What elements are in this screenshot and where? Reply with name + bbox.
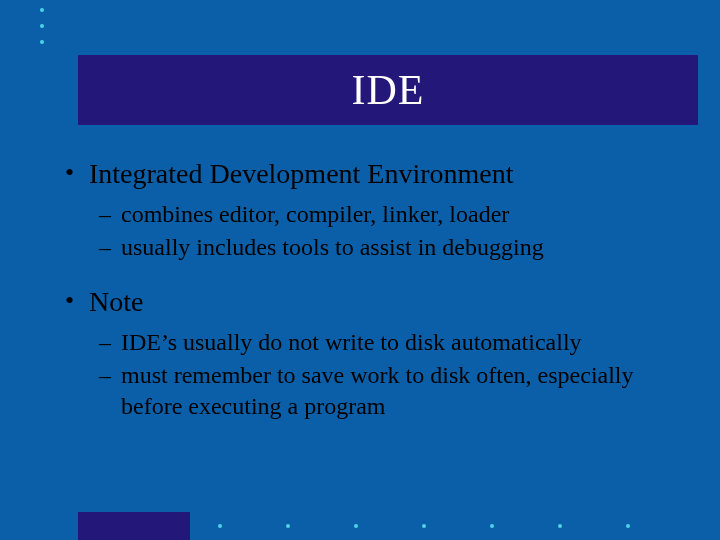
bullet-level2: combines editor, compiler, linker, loade…: [65, 199, 685, 230]
spacer: [65, 265, 685, 283]
bullet-text: IDE’s usually do not write to disk autom…: [121, 329, 582, 355]
bullet-text: combines editor, compiler, linker, loade…: [121, 201, 509, 227]
dot-icon: [40, 8, 44, 12]
bullet-level1: Note: [65, 283, 685, 321]
bullet-text: Note: [89, 286, 143, 317]
bullet-text: usually includes tools to assist in debu…: [121, 234, 544, 260]
bullet-level2: usually includes tools to assist in debu…: [65, 232, 685, 263]
dot-icon: [40, 24, 44, 28]
slide-body: Integrated Development Environment combi…: [65, 155, 685, 425]
footer-decoration: [78, 512, 698, 540]
dot-icon: [218, 524, 222, 528]
dot-icon: [422, 524, 426, 528]
footer-accent-bar: [78, 512, 190, 540]
bullet-text: must remember to save work to disk often…: [121, 362, 634, 419]
footer-dots: [218, 524, 630, 528]
bullet-text: Integrated Development Environment: [89, 158, 514, 189]
bullet-level1: Integrated Development Environment: [65, 155, 685, 193]
slide-title: IDE: [352, 66, 425, 114]
title-bar: IDE: [78, 55, 698, 125]
dot-icon: [286, 524, 290, 528]
dot-icon: [354, 524, 358, 528]
bullet-level2: IDE’s usually do not write to disk autom…: [65, 327, 685, 358]
bullet-level2: must remember to save work to disk often…: [65, 360, 685, 422]
corner-dots-top-left: [40, 8, 44, 56]
dot-icon: [40, 40, 44, 44]
dot-icon: [558, 524, 562, 528]
dot-icon: [626, 524, 630, 528]
dot-icon: [490, 524, 494, 528]
